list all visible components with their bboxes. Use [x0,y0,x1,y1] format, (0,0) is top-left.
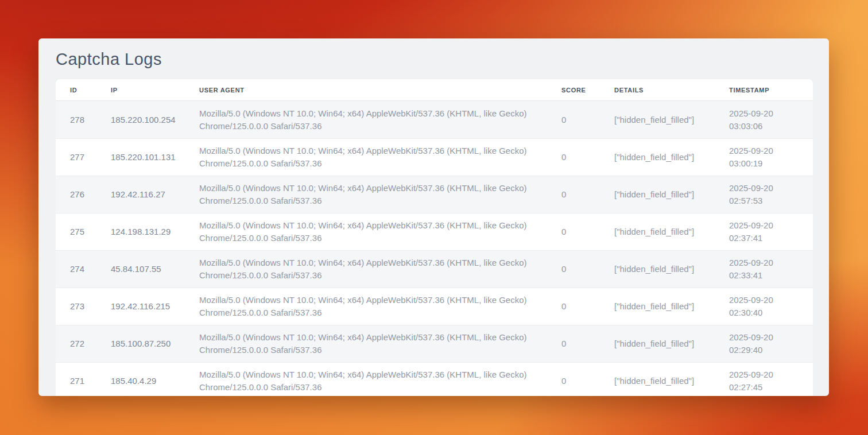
user_agent-cell: Mozilla/5.0 (Windows NT 10.0; Win64; x64… [199,101,561,138]
timestamp-cell: 2025-09-20 02:30:40 [729,288,813,325]
table-row: 276192.42.116.27Mozilla/5.0 (Windows NT … [56,176,813,213]
page-title: Captcha Logs [56,50,813,69]
id-cell: 277 [56,138,111,176]
column-header-score: SCORE [561,79,614,101]
details-cell: ["hidden_field_filled"] [614,325,729,362]
table-row: 273192.42.116.215Mozilla/5.0 (Windows NT… [56,288,813,325]
score-cell: 0 [561,250,614,288]
details-cell: ["hidden_field_filled"] [614,138,729,176]
user_agent-cell: Mozilla/5.0 (Windows NT 10.0; Win64; x64… [199,325,561,362]
column-header-timestamp: TIMESTAMP [729,79,813,101]
captcha-logs-table: IDIPUSER AGENTSCOREDETAILSTIMESTAMP 2781… [56,79,813,396]
timestamp-cell: 2025-09-20 03:00:19 [729,138,813,176]
id-cell: 272 [56,325,111,362]
user_agent-cell: Mozilla/5.0 (Windows NT 10.0; Win64; x64… [199,250,561,288]
id-cell: 275 [56,213,111,250]
ip-cell: 185.40.4.29 [111,362,199,396]
timestamp-cell: 2025-09-20 02:27:45 [729,362,813,396]
ip-cell: 45.84.107.55 [111,250,199,288]
score-cell: 0 [561,176,614,213]
user_agent-cell: Mozilla/5.0 (Windows NT 10.0; Win64; x64… [199,362,561,396]
score-cell: 0 [561,325,614,362]
table-row: 272185.100.87.250Mozilla/5.0 (Windows NT… [56,325,813,362]
timestamp-cell: 2025-09-20 02:57:53 [729,176,813,213]
table-body: 278185.220.100.254Mozilla/5.0 (Windows N… [56,101,813,396]
column-header-id: ID [56,79,111,101]
details-cell: ["hidden_field_filled"] [614,250,729,288]
user_agent-cell: Mozilla/5.0 (Windows NT 10.0; Win64; x64… [199,176,561,213]
ip-cell: 192.42.116.215 [111,288,199,325]
id-cell: 274 [56,250,111,288]
table-row: 27445.84.107.55Mozilla/5.0 (Windows NT 1… [56,250,813,288]
timestamp-cell: 2025-09-20 02:37:41 [729,213,813,250]
ip-cell: 185.220.100.254 [111,101,199,138]
column-header-details: DETAILS [614,79,729,101]
ip-cell: 185.220.101.131 [111,138,199,176]
score-cell: 0 [561,138,614,176]
ip-cell: 185.100.87.250 [111,325,199,362]
table-row: 275124.198.131.29Mozilla/5.0 (Windows NT… [56,213,813,250]
timestamp-cell: 2025-09-20 02:29:40 [729,325,813,362]
column-header-ip: IP [111,79,199,101]
details-cell: ["hidden_field_filled"] [614,101,729,138]
details-cell: ["hidden_field_filled"] [614,213,729,250]
table-row: 277185.220.101.131Mozilla/5.0 (Windows N… [56,138,813,176]
captcha-logs-card: Captcha Logs IDIPUSER AGENTSCOREDETAILST… [38,38,829,396]
timestamp-cell: 2025-09-20 03:03:06 [729,101,813,138]
table-row: 271185.40.4.29Mozilla/5.0 (Windows NT 10… [56,362,813,396]
score-cell: 0 [561,362,614,396]
id-cell: 276 [56,176,111,213]
score-cell: 0 [561,288,614,325]
column-header-user_agent: USER AGENT [199,79,561,101]
details-cell: ["hidden_field_filled"] [614,362,729,396]
user_agent-cell: Mozilla/5.0 (Windows NT 10.0; Win64; x64… [199,288,561,325]
timestamp-cell: 2025-09-20 02:33:41 [729,250,813,288]
ip-cell: 124.198.131.29 [111,213,199,250]
id-cell: 273 [56,288,111,325]
table-header-row: IDIPUSER AGENTSCOREDETAILSTIMESTAMP [56,79,813,101]
id-cell: 278 [56,101,111,138]
id-cell: 271 [56,362,111,396]
ip-cell: 192.42.116.27 [111,176,199,213]
user_agent-cell: Mozilla/5.0 (Windows NT 10.0; Win64; x64… [199,138,561,176]
score-cell: 0 [561,213,614,250]
details-cell: ["hidden_field_filled"] [614,288,729,325]
details-cell: ["hidden_field_filled"] [614,176,729,213]
table-row: 278185.220.100.254Mozilla/5.0 (Windows N… [56,101,813,138]
score-cell: 0 [561,101,614,138]
user_agent-cell: Mozilla/5.0 (Windows NT 10.0; Win64; x64… [199,213,561,250]
